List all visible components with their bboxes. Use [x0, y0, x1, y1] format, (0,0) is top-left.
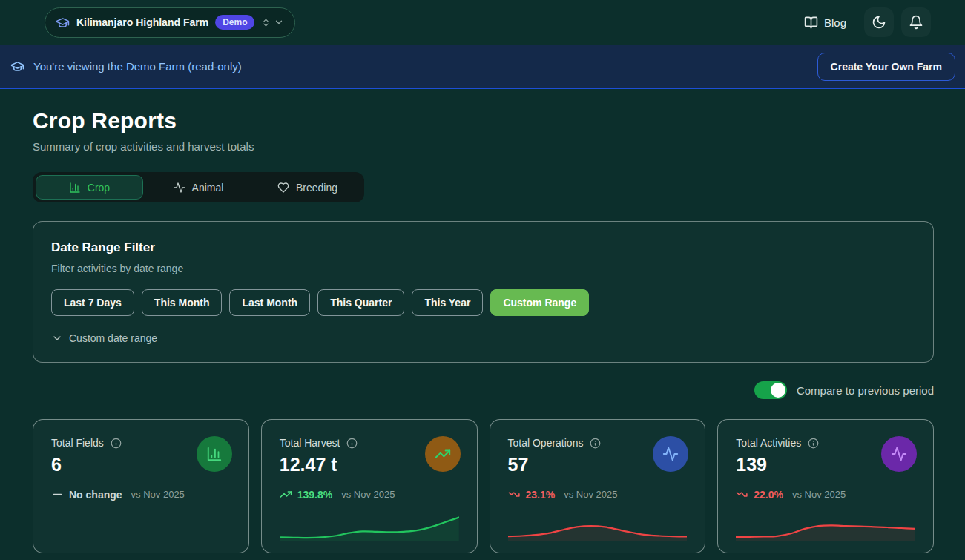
report-type-tabs: Crop Animal Breeding — [33, 172, 364, 202]
toggle-knob — [771, 383, 785, 398]
create-your-own-farm-button[interactable]: Create Your Own Farm — [817, 53, 955, 81]
graduation-cap-icon — [10, 59, 24, 73]
panel-title: Date Range Filter — [51, 240, 915, 255]
graduation-cap-icon — [56, 16, 70, 30]
range-button-custom-range[interactable]: Custom Range — [490, 289, 589, 316]
date-range-filter-panel: Date Range Filter Filter activities by d… — [33, 221, 934, 363]
stat-delta: 139.8% — [280, 488, 332, 501]
stat-label: Total Fields — [51, 437, 104, 449]
stat-vs-period: vs Nov 2025 — [341, 489, 395, 500]
heart-icon — [277, 182, 289, 194]
stat-vs-period: vs Nov 2025 — [792, 489, 846, 500]
page-subtitle: Summary of crop activities and harvest t… — [33, 140, 934, 153]
stat-label: Total Activities — [736, 437, 801, 449]
compare-period-toggle[interactable] — [754, 381, 787, 399]
stat-delta: 22.0% — [736, 488, 783, 501]
sparkline-chart — [280, 513, 459, 541]
chevron-down-icon — [51, 332, 63, 344]
sparkline-chart — [51, 513, 231, 541]
trending-up-icon — [280, 488, 292, 501]
range-button-this-year[interactable]: This Year — [412, 289, 483, 316]
dark-mode-toggle-button[interactable] — [864, 7, 894, 37]
notifications-button[interactable] — [901, 7, 931, 37]
activity-icon — [881, 436, 917, 472]
blog-link[interactable]: Blog — [794, 16, 857, 30]
farm-name: Kilimanjaro Highland Farm — [76, 16, 208, 28]
stat-vs-period: vs Nov 2025 — [131, 489, 185, 500]
tab-animal[interactable]: Animal — [145, 175, 252, 200]
trending-down-icon — [736, 488, 748, 501]
activity-icon — [174, 182, 185, 194]
page-title: Crop Reports — [33, 108, 934, 134]
main-content: Crop Reports Summary of crop activities … — [0, 89, 965, 553]
stat-delta: No change — [51, 488, 122, 501]
info-icon[interactable] — [590, 438, 601, 449]
bar-chart-icon — [69, 182, 81, 194]
activity-icon — [653, 436, 688, 472]
range-button-this-month[interactable]: This Month — [142, 289, 223, 316]
stat-card-total-fields: Total Fields 6 No change vs Nov 2025 — [33, 419, 249, 553]
range-button-this-quarter[interactable]: This Quarter — [317, 289, 404, 316]
bar-chart-icon — [197, 436, 232, 472]
book-open-icon — [804, 16, 818, 30]
info-icon[interactable] — [346, 438, 358, 449]
info-icon[interactable] — [111, 438, 122, 449]
trending-up-icon — [425, 436, 461, 472]
blog-label: Blog — [824, 16, 846, 29]
sparkline-chart — [508, 513, 688, 541]
chevrons-up-down-icon — [261, 18, 271, 27]
tab-label: Crop — [88, 182, 110, 194]
custom-date-range-toggle[interactable]: Custom date range — [51, 332, 915, 344]
range-button-last-month[interactable]: Last Month — [229, 289, 310, 316]
tab-label: Breeding — [296, 182, 337, 194]
range-button-last-7-days[interactable]: Last 7 Days — [51, 289, 134, 316]
minus-icon — [51, 488, 64, 501]
app-header: Kilimanjaro Highland Farm Demo Blog — [0, 0, 965, 45]
chevron-down-icon — [274, 17, 284, 27]
custom-date-range-label: Custom date range — [69, 332, 157, 344]
stat-cards-row: Total Fields 6 No change vs Nov 2025 — [33, 419, 934, 553]
demo-banner-message: You're viewing the Demo Farm (read-only) — [33, 60, 242, 73]
demo-badge: Demo — [215, 15, 254, 30]
moon-icon — [872, 15, 886, 30]
panel-subtitle: Filter activities by date range — [51, 263, 915, 274]
tab-label: Animal — [192, 182, 224, 194]
stat-delta: 23.1% — [508, 488, 556, 501]
stat-card-total-operations: Total Operations 57 23.1% vs Nov 2025 — [490, 419, 706, 553]
sparkline-chart — [736, 513, 915, 541]
stat-vs-period: vs Nov 2025 — [564, 489, 617, 500]
tab-breeding[interactable]: Breeding — [254, 175, 361, 200]
tab-crop[interactable]: Crop — [36, 175, 143, 200]
stat-label: Total Harvest — [280, 437, 340, 449]
stat-card-total-activities: Total Activities 139 22.0% vs Nov 2025 — [717, 419, 934, 553]
stat-label: Total Operations — [508, 437, 584, 449]
trending-down-icon — [508, 488, 521, 501]
demo-banner: You're viewing the Demo Farm (read-only)… — [0, 45, 965, 89]
stat-card-total-harvest: Total Harvest 12.47 t 139.8% vs Nov 2025 — [261, 419, 478, 553]
farm-selector[interactable]: Kilimanjaro Highland Farm Demo — [45, 7, 295, 38]
compare-toggle-label: Compare to previous period — [797, 384, 934, 397]
info-icon[interactable] — [808, 438, 819, 449]
bell-icon — [909, 15, 923, 30]
